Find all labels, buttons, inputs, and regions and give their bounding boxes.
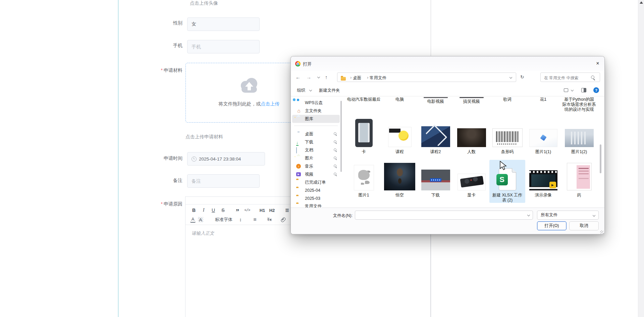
breadcrumb-desktop[interactable]: 桌面	[353, 75, 361, 81]
phone-input[interactable]	[187, 40, 260, 53]
file-item[interactable]: 人数	[453, 116, 489, 154]
mouse-cursor	[500, 161, 507, 171]
view-mode-chevron-icon[interactable]	[571, 89, 574, 91]
apply-time-label: 申请时间	[129, 155, 182, 162]
line-height-button[interactable]: ≡	[251, 216, 259, 223]
file-grid-row2: 卡 课程 课程2 人数 条形码 图片1(1)	[346, 116, 597, 154]
file-item[interactable]: 悟空	[382, 160, 418, 203]
heading1-button[interactable]: H1	[259, 207, 266, 214]
heading2-button[interactable]: H2	[268, 207, 276, 214]
address-dropdown-chevron-icon[interactable]	[509, 76, 512, 79]
forward-button[interactable]: →	[306, 74, 311, 80]
file-item[interactable]: 电影视频	[418, 97, 453, 112]
cancel-button[interactable]: 取消	[569, 221, 599, 230]
filetype-select[interactable]: 所有文件	[537, 211, 599, 220]
file-item[interactable]: 图片1	[346, 160, 382, 203]
file-thumbnail	[421, 170, 450, 190]
recent-locations-chevron-icon[interactable]	[317, 76, 320, 78]
file-thumbnail	[567, 163, 592, 190]
strikethrough-button[interactable]: S	[219, 207, 227, 214]
thumbnail-edge	[424, 97, 448, 98]
preview-pane-icon[interactable]	[581, 88, 586, 92]
open-button[interactable]: 打开(O)	[537, 221, 567, 230]
highlight-button[interactable]: A	[198, 217, 203, 222]
file-thumbnail	[457, 128, 486, 147]
clear-format-button[interactable]: Tx	[266, 216, 273, 223]
search-placeholder: 在 常用文件 中搜索	[544, 75, 579, 81]
code-button[interactable]: </>	[244, 207, 251, 214]
search-icon	[591, 76, 594, 79]
file-thumbnail	[492, 128, 523, 147]
remark-input[interactable]	[187, 174, 260, 188]
help-icon[interactable]: ?	[593, 87, 599, 93]
ordered-list-button[interactable]: ≣	[283, 207, 291, 214]
file-item[interactable]: 电动汽车数据最后	[346, 97, 382, 112]
link-icon	[280, 217, 286, 223]
file-item[interactable]: 基于Python的国际市场需求分析系统的设计与实现	[561, 97, 597, 112]
file-thumbnail	[565, 129, 594, 147]
breadcrumb-current-folder[interactable]: 常用文件	[370, 75, 386, 81]
apply-time-input[interactable]: 2025-04-17 23:38:04	[187, 152, 265, 166]
search-box[interactable]: 在 常用文件 中搜索	[540, 73, 600, 82]
materials-label-row: *申请材料	[129, 67, 182, 74]
file-grid-row3: 图片1 悟空 下载 显卡 S 新建 XLSX 工作表 (2) ▶	[346, 160, 597, 203]
file-item[interactable]: 图片1(2)	[561, 116, 597, 154]
view-mode-icon[interactable]	[564, 88, 568, 92]
up-button[interactable]: ↑	[325, 74, 328, 80]
gender-input[interactable]	[187, 17, 260, 31]
organize-button[interactable]: 组织	[297, 88, 305, 93]
remark-label: 备注	[129, 178, 182, 184]
link-button[interactable]	[279, 216, 287, 223]
close-button[interactable]: ×	[592, 58, 603, 69]
dialog-titlebar[interactable]: 打开 ×	[291, 56, 604, 71]
dialog-footer: 文件名(N): 所有文件 打开(O) 取消	[291, 208, 604, 234]
italic-button[interactable]: I	[200, 207, 207, 214]
underline-button[interactable]: U	[210, 207, 217, 214]
blockquote-button[interactable]: ”	[234, 205, 241, 215]
font-size-button[interactable]: ↕	[237, 216, 244, 223]
new-folder-button[interactable]: 新建文件夹	[319, 88, 340, 93]
file-thumbnail	[384, 163, 415, 190]
file-item[interactable]: 课程2	[418, 116, 453, 154]
font-family-select[interactable]: 标准字体	[213, 216, 234, 223]
upload-link[interactable]: 点击上传	[261, 101, 280, 106]
file-item[interactable]: ▶ 演示录像	[525, 160, 561, 203]
editor-placeholder: 请输入正文	[192, 230, 214, 236]
refresh-icon[interactable]: ↻	[520, 74, 524, 80]
file-item[interactable]: 图片1(1)	[525, 116, 561, 154]
file-thumbnail	[458, 174, 486, 190]
reason-label: 申请原因	[164, 201, 182, 207]
file-item[interactable]: 卡	[346, 116, 382, 154]
file-item[interactable]: 条形码	[489, 116, 525, 154]
file-item[interactable]: 歌词	[489, 97, 525, 112]
address-bar[interactable]: › 桌面 › 常用文件	[337, 73, 516, 82]
organize-chevron-icon	[309, 89, 312, 91]
file-item[interactable]: 下载	[418, 160, 453, 203]
phone-label: 手机	[129, 43, 182, 49]
reason-label-row: *申请原因	[129, 201, 182, 207]
file-item[interactable]: 显卡	[453, 160, 489, 203]
bold-button[interactable]: B	[190, 207, 198, 214]
font-color-button[interactable]: A	[190, 217, 196, 223]
play-button-icon: ▶	[549, 182, 556, 188]
dialog-title: 打开	[303, 61, 312, 67]
page-vertical-scrollbar[interactable]	[638, 0, 644, 317]
file-item[interactable]: 药	[561, 160, 597, 203]
materials-label: 申请材料	[164, 67, 182, 73]
filename-input[interactable]	[355, 211, 533, 220]
avatar-upload-hint[interactable]: 点击上传头像	[174, 0, 233, 6]
file-item[interactable]: 花1	[525, 97, 561, 112]
resize-grip[interactable]	[600, 230, 603, 234]
file-grid-row1: 电动汽车数据最后 电脑 电影视频 搞笑视频 歌词 花1 基于Python的国际市…	[346, 97, 597, 112]
file-item-xlsx-selected[interactable]: S 新建 XLSX 工作表 (2)	[489, 160, 525, 203]
file-item[interactable]: 电脑	[382, 97, 418, 112]
required-asterisk: *	[161, 201, 163, 207]
file-item[interactable]: 课程	[382, 116, 418, 154]
back-button[interactable]: ←	[296, 74, 301, 80]
scrollbar-up-arrow-icon[interactable]	[640, 1, 643, 4]
excel-file-icon: S	[499, 168, 516, 190]
file-thumbnail	[355, 119, 373, 147]
file-grid-scrollbar[interactable]	[600, 144, 601, 173]
file-thumbnail	[421, 126, 450, 147]
file-item[interactable]: 搞笑视频	[453, 97, 489, 112]
